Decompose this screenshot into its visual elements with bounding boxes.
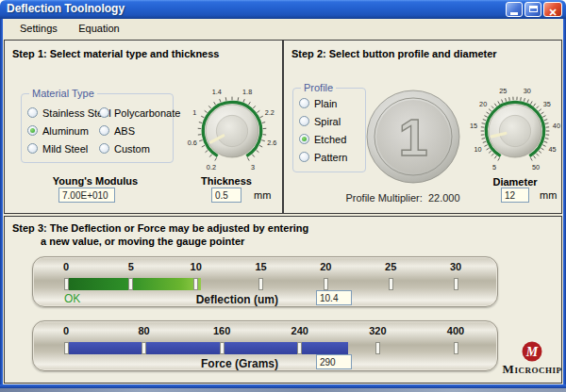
gauge-tick-label: 320 [358,325,396,336]
radio-label: Aluminum [42,125,89,137]
menu-settings[interactable]: Settings [20,19,58,38]
knob-tick [509,97,510,101]
gauge-tick-label: 15 [242,261,280,272]
gauge-tick-mark [375,342,380,354]
knob-tick [262,122,266,123]
gauge-bar[interactable] [66,342,348,354]
maximize-icon [529,6,538,12]
knob-tick [482,139,486,139]
knob-tick-label: 0.6 [188,139,197,147]
radio-label: Custom [114,143,150,155]
youngs-modulus-input[interactable] [58,188,115,203]
radio-label: ABS [114,125,135,137]
thickness-unit: mm [254,189,271,201]
deflection-gauge[interactable]: OK Deflection (um) 051015202530 [32,256,498,307]
knob-tick [257,150,259,152]
knob-tick-label: 30 [524,87,531,95]
deflection-value-input[interactable] [316,290,352,305]
knob-tick [483,120,486,121]
gauge-tick-mark [454,342,458,354]
step1-panel: Step 1: Select material type and thickne… [4,40,283,214]
menu-equation[interactable]: Equation [78,19,119,38]
knob-tick [544,141,547,142]
knob-tick [238,97,239,101]
knob-tick [214,102,216,105]
knob-tick [544,120,547,121]
minimize-button[interactable] [506,2,523,17]
step3-heading-line2: a new value, or moving the gauge pointer [41,236,244,247]
knob-tick [225,97,226,101]
knob-tick [202,145,205,147]
minimize-icon [510,4,518,15]
knob-tick [530,101,532,104]
gauge-tick-label: 80 [125,325,163,336]
radio-icon [299,116,309,126]
knob-tick [536,154,538,156]
gauge-tick-label: 0 [47,325,85,336]
profile-multiplier: Profile Multiplier: 22.000 [308,192,497,204]
knob-tick [201,116,204,118]
thickness-input[interactable] [211,188,241,203]
gauge-tick-mark [454,278,458,290]
deflection-status: OK [64,292,80,305]
force-gauge[interactable]: Force (Grams) 080160240320400 [32,320,498,371]
thickness-knob[interactable]: 0.20.611.41.82.22.63 [183,82,281,180]
knob-tick [494,155,496,158]
diameter-input[interactable] [501,188,529,203]
gauge-bar[interactable] [66,278,201,290]
maximize-button[interactable] [524,2,541,17]
knob-tick [208,106,210,108]
knob-tick-label: 50 [532,163,540,172]
knob-tick [483,141,486,142]
force-value-input[interactable] [316,354,352,369]
knob-cap [216,115,247,146]
knob-tick [498,157,500,160]
knob-tick [498,101,500,104]
radio-icon [99,107,109,118]
knob-tick [541,148,543,150]
desktop-background-strip [0,388,566,392]
knob-tick [484,145,487,147]
step2-panel: Step 2: Select button profile and diamet… [283,40,562,214]
radio-icon [99,143,109,154]
gauge-tick-label: 240 [281,325,319,336]
knob-tick-label: 10 [474,145,481,154]
radio-label: Plain [314,98,337,109]
diameter-unit: mm [540,189,557,201]
gauge-tick-label: 10 [177,261,215,272]
knob-tick [199,122,203,123]
knob-tick [527,100,528,103]
knob-tick-label: 45 [548,145,556,154]
knob-tick [247,157,249,160]
knob-tick [489,109,491,111]
radio-icon [299,152,309,162]
step3-heading-line1: Step 3: The Deflection or Force may be a… [12,222,308,234]
gauge-tick-mark [142,342,146,354]
diameter-label: Diameter [468,176,562,188]
knob-tick [487,112,490,114]
knob-tick [253,106,255,108]
knob-tick-label: 25 [499,87,507,95]
knob-tick [487,148,490,150]
step3-panel: Step 3: The Deflection or Force may be a… [4,216,562,384]
title-bar: Deflection Toolnology ✕ [0,0,566,19]
profile-group: Profile Plain Spiral Etched Pattern [292,88,366,172]
knob-tick [482,123,486,124]
knob-tick [506,98,507,101]
knob-tick [209,155,211,157]
knob-tick [252,155,254,157]
knob-tick-label: 1 [192,108,196,117]
knob-tick [261,140,264,141]
knob-tick [545,139,549,139]
diameter-knob[interactable]: 5101520253035404550 [466,82,564,180]
window-border-left [0,19,3,384]
knob-tick-label: 1.8 [242,88,252,96]
gauge-tick-label: 5 [112,261,150,272]
gauge-tick-label: 400 [437,325,474,336]
knob-tick [536,106,538,109]
gauge-tick-mark [64,342,69,354]
knob-tick-label: 20 [479,100,487,108]
knob-tick [521,97,522,101]
close-button[interactable]: ✕ [543,2,562,17]
knob-tick [541,112,543,114]
